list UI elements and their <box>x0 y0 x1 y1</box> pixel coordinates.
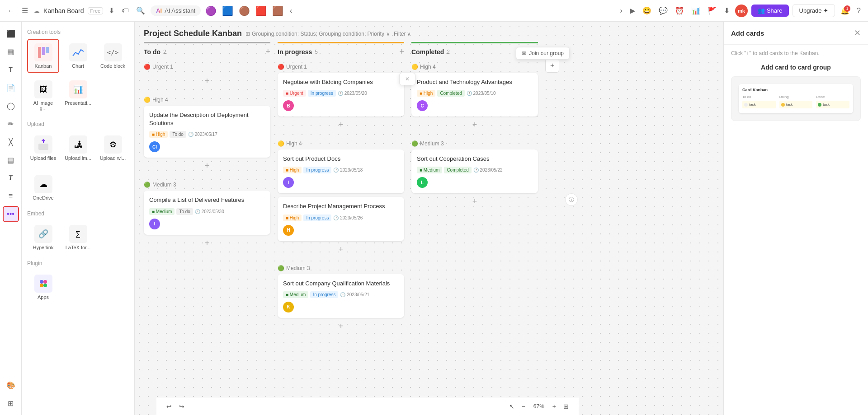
search-button[interactable]: 🔍 <box>134 5 147 17</box>
avatar-c: C <box>417 100 428 111</box>
sidebar-icon-color[interactable]: 🎨 <box>3 377 19 393</box>
tool-hyperlink[interactable]: 🔗 Hyperlink <box>27 220 59 255</box>
col-completed-title: Completed <box>411 48 444 56</box>
filter-button[interactable]: Filter ∨ <box>394 31 411 37</box>
upgrade-button[interactable]: Upgrade ✦ <box>793 4 835 17</box>
upload-image-icon: 🏞 <box>69 135 87 154</box>
tag-todo-2: To do <box>176 208 193 215</box>
app-icon-2[interactable]: 🟦 <box>221 5 234 17</box>
ai-assistant-button[interactable]: AI AI Assistant <box>151 5 201 16</box>
add-column-button[interactable]: + <box>545 58 559 73</box>
tool-upload-widget[interactable]: ⚙ Upload wi... <box>97 131 129 165</box>
flag-btn[interactable]: 🚩 <box>706 5 718 17</box>
upload-image-label: Upload im... <box>65 155 91 161</box>
todo-medium-add[interactable]: + <box>144 237 270 250</box>
menu-button[interactable]: ☰ <box>20 5 30 17</box>
sidebar-icon-home[interactable]: ⬛ <box>3 25 19 42</box>
todo-urgent-group: 🔴 Urgent 1 + <box>144 64 270 88</box>
card-todo-1[interactable]: Update the Description of Deployment Sol… <box>144 106 270 158</box>
play-btn[interactable]: ▶ <box>628 5 637 17</box>
tool-onedrive[interactable]: ☁ OneDrive <box>27 171 59 205</box>
card-ip-3[interactable]: Describe Project Management Process ■ Hi… <box>278 197 404 241</box>
card-ip-2[interactable]: Sort out Product Docs ■ High In progress… <box>278 149 404 193</box>
collapse-button[interactable]: ‹ <box>288 5 294 17</box>
chat-btn[interactable]: 💬 <box>657 5 670 17</box>
info-button[interactable]: ⓘ <box>565 193 578 206</box>
share-button[interactable]: 👥 Share <box>751 5 789 17</box>
tag-date-8: 🕐 2023/05/22 <box>473 168 503 173</box>
tag-button[interactable]: 🏷 <box>120 5 131 17</box>
zoom-out-button[interactable]: − <box>519 401 528 412</box>
todo-high-add[interactable]: + <box>144 159 270 173</box>
inprogress-medium-group: 🟢 Medium 3 Sort out Company Qualificatio… <box>278 265 404 333</box>
user-avatar[interactable]: mk <box>735 5 748 17</box>
sidebar-icon-text2[interactable]: T <box>3 170 19 186</box>
inprogress-medium-add[interactable]: + <box>278 320 404 333</box>
card-ip-1[interactable]: Negotiate with Bidding Companies ■ Urgen… <box>278 73 404 117</box>
timer-btn[interactable]: ⏰ <box>673 5 686 17</box>
tool-apps[interactable]: Apps <box>27 270 59 304</box>
inprogress-high-add[interactable]: + <box>278 243 404 256</box>
notification-button[interactable]: 🔔 1 <box>839 5 851 17</box>
join-close[interactable]: ✕ <box>399 73 415 85</box>
card-ip-4[interactable]: Sort out Company Qualification Materials… <box>278 274 404 318</box>
tool-latex[interactable]: ∑ LaTeX for... <box>62 220 94 255</box>
sidebar-icons: ⬛ ▦ T 📄 ◯ ✏ ╳ ▤ T ≡ ••• 🎨 ⊞ <box>0 22 22 415</box>
completed-medium-add[interactable]: + <box>411 195 538 208</box>
sidebar-icon-stats[interactable]: ⊞ <box>3 395 19 411</box>
col-inprogress-add[interactable]: + <box>399 47 404 56</box>
app-icon-1[interactable]: 🟣 <box>204 5 217 17</box>
arrow-down-btn[interactable]: ⬇ <box>722 5 731 17</box>
card-ip-3-tags: ■ High In progress 🕐 2023/05/26 <box>283 214 399 221</box>
card-todo-2[interactable]: Compile a List of Delivered Features ■ M… <box>144 191 270 234</box>
select-tool[interactable]: ↖ <box>506 401 517 412</box>
app-icon-3[interactable]: 🟤 <box>238 5 251 17</box>
card-c-2[interactable]: Sort out Cooperation Cases ■ Medium Comp… <box>411 149 538 193</box>
sidebar-icon-connector[interactable]: ╳ <box>3 134 19 150</box>
sidebar-icon-pen[interactable]: ✏ <box>3 116 19 132</box>
card-c-1-footer: C <box>417 100 533 111</box>
download-button[interactable]: ⬇ <box>107 5 116 17</box>
undo-button[interactable]: ↩ <box>164 401 175 412</box>
zoom-in-button[interactable]: + <box>550 401 559 412</box>
back-button[interactable]: ← <box>5 5 16 17</box>
card-c-1-tags: ■ High Completed 🕐 2023/05/10 <box>417 90 533 97</box>
tag-date-7: 🕐 2023/05/10 <box>467 91 496 96</box>
inprogress-urgent-add[interactable]: + <box>278 118 404 131</box>
sidebar-icon-shape[interactable]: ◯ <box>3 98 19 114</box>
tool-code[interactable]: </> Code block <box>97 39 129 73</box>
app-icon-4[interactable]: 🟥 <box>255 5 268 17</box>
tool-upload-image[interactable]: 🏞 Upload im... <box>62 131 94 165</box>
tool-chart[interactable]: Chart <box>62 39 94 73</box>
add-column-container: + <box>545 42 559 338</box>
nav-prev[interactable]: › <box>618 5 624 17</box>
tag-completed: Completed <box>437 90 464 97</box>
completed-high-add[interactable]: + <box>411 118 538 131</box>
fit-button[interactable]: ⊞ <box>561 401 571 412</box>
col-todo-add[interactable]: + <box>265 47 270 56</box>
join-banner: ✉ Join our group ✕ <box>516 47 570 60</box>
help-button[interactable]: ? <box>855 5 863 17</box>
mini-dot-2 <box>781 103 785 107</box>
tool-ai-image[interactable]: 🖼 AI image g... <box>27 76 59 116</box>
sidebar-icon-list[interactable]: ≡ <box>3 188 19 204</box>
sidebar-icon-text[interactable]: T <box>3 61 19 78</box>
chart-btn[interactable]: 📊 <box>689 5 702 17</box>
card-c-1[interactable]: Product and Technology Advantages ■ High… <box>411 73 538 117</box>
sidebar-icon-note[interactable]: 📄 <box>3 79 19 96</box>
tool-kanban[interactable]: Kanban <box>27 39 59 73</box>
card-ip-2-footer: I <box>283 177 399 188</box>
emoji-btn[interactable]: 😀 <box>641 5 653 17</box>
tool-upload-files[interactable]: Upload files <box>27 131 59 165</box>
chart-label: Chart <box>72 63 84 69</box>
sidebar-icon-table[interactable]: ▤ <box>3 152 19 168</box>
sidebar-icon-block[interactable]: ▦ <box>3 43 19 60</box>
redo-button[interactable]: ↪ <box>176 401 187 412</box>
right-panel-close[interactable]: ✕ <box>854 28 861 38</box>
todo-urgent-add[interactable]: + <box>144 75 270 88</box>
inprogress-urgent-label: 🔴 Urgent 1 <box>278 64 404 70</box>
app-icon-5[interactable]: 🟫 <box>271 5 284 17</box>
sidebar-icon-more[interactable]: ••• <box>3 206 19 222</box>
tool-presentation[interactable]: 📊 Presentati... <box>62 76 94 116</box>
creation-tools-grid: Kanban Chart </> Code block 🖼 AI image g… <box>27 39 129 116</box>
